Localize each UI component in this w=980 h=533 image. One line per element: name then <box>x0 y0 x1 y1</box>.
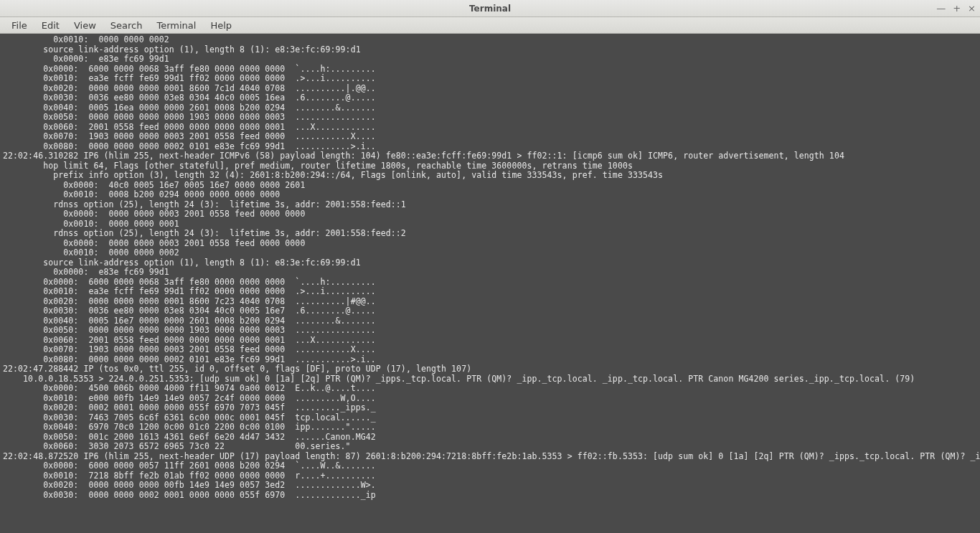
window-title: Terminal <box>469 4 511 14</box>
titlebar[interactable]: Terminal — + × <box>0 0 980 17</box>
menubar: File Edit View Search Terminal Help <box>0 17 980 34</box>
menu-search[interactable]: Search <box>103 19 150 32</box>
menu-help[interactable]: Help <box>203 19 239 32</box>
window-controls: — + × <box>936 4 976 13</box>
maximize-icon[interactable]: + <box>953 4 961 13</box>
terminal-output[interactable]: 0x0010: 0000 0000 0002 source link-addre… <box>0 34 980 533</box>
menu-view[interactable]: View <box>67 19 103 32</box>
terminal-window: Terminal — + × File Edit View Search Ter… <box>0 0 980 533</box>
menu-file[interactable]: File <box>4 19 34 32</box>
menu-edit[interactable]: Edit <box>34 19 67 32</box>
close-icon[interactable]: × <box>968 4 976 13</box>
menu-terminal[interactable]: Terminal <box>149 19 203 32</box>
minimize-icon[interactable]: — <box>936 4 946 13</box>
